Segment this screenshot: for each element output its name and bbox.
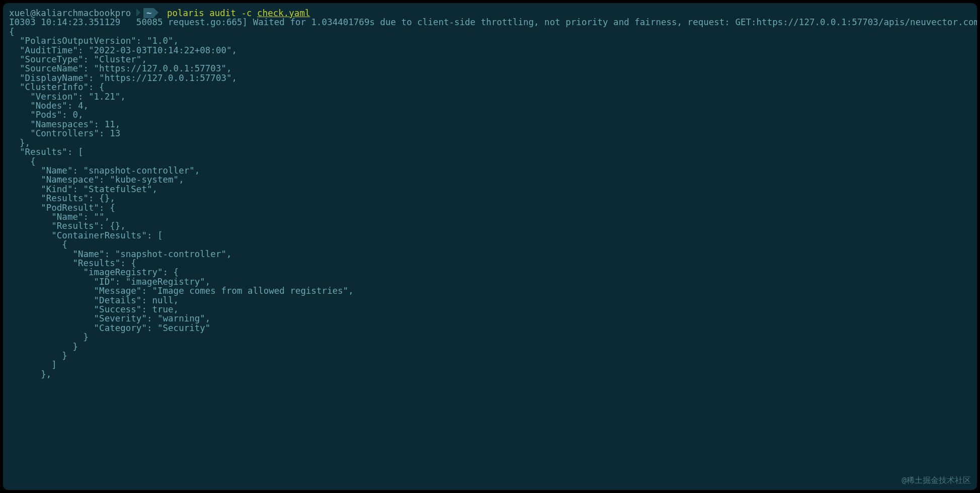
- command-arg-file: check.yaml: [257, 8, 310, 18]
- svg-marker-2: [154, 9, 158, 17]
- prompt-cwd-badge: ~: [143, 8, 155, 18]
- command-text: polaris audit -c: [167, 8, 252, 18]
- prompt-line: xuel@kaliarchmacbookpro ~ polaris audit …: [9, 8, 971, 18]
- watermark-text: @稀土掘金技术社区: [902, 476, 971, 485]
- svg-marker-1: [136, 9, 140, 17]
- prompt-user: xuel@kaliarchmacbookpro: [9, 8, 131, 18]
- prompt-arrow-icon: [154, 9, 161, 18]
- terminal-output: I0303 10:14:23.351129 50085 request.go:6…: [9, 18, 971, 379]
- terminal-window[interactable]: xuel@kaliarchmacbookpro ~ polaris audit …: [3, 3, 977, 490]
- prompt-separator-icon: [136, 9, 143, 18]
